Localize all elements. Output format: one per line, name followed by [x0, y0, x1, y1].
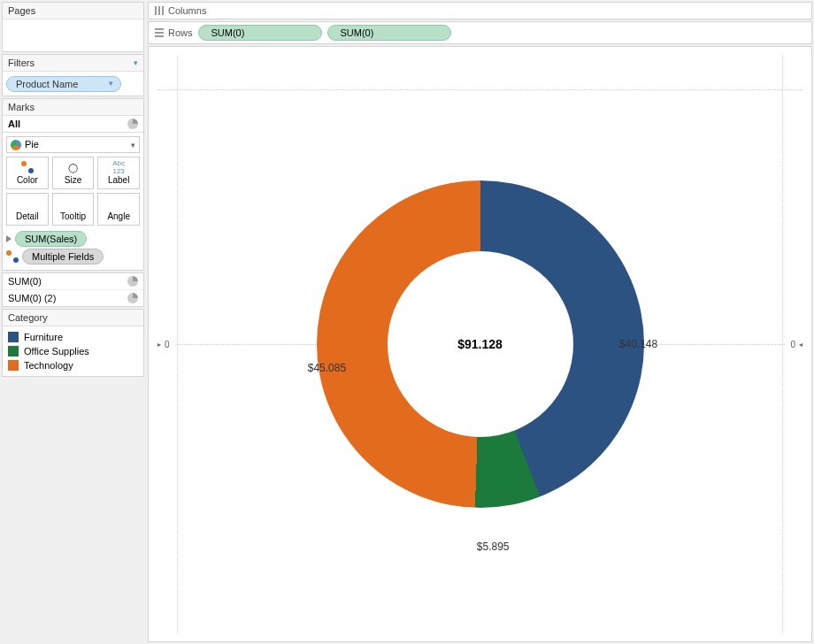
mark-type-label: Pie	[25, 139, 39, 150]
color-button-label: Color	[17, 175, 38, 185]
sum-list: SUM(0) SUM(0) (2)	[2, 272, 144, 307]
donut-chart[interactable]: $91.128	[317, 180, 644, 508]
mark-type-select[interactable]: Pie ▾	[6, 136, 140, 153]
sum-row-0[interactable]: SUM(0)	[3, 273, 143, 290]
legend-item-office-supplies[interactable]: Office Supplies	[8, 344, 138, 358]
label-button-label: Label	[108, 175, 129, 185]
svg-rect-3	[155, 28, 164, 30]
rows-label-text: Rows	[168, 27, 193, 38]
columns-shelf[interactable]: Columns	[148, 2, 812, 19]
marks-grid: Color ◯Size Abc123Label Detail Tooltip A…	[6, 157, 140, 226]
columns-icon	[154, 5, 165, 16]
mini-pie-icon	[127, 276, 138, 287]
mark-pills: SUM(Sales) Multiple Fields	[6, 231, 140, 264]
color-icon	[21, 161, 34, 173]
mark-pill-row-sales: SUM(Sales)	[6, 231, 140, 247]
svg-rect-4	[155, 32, 164, 34]
gridline-top	[157, 89, 802, 90]
axis-zero-right: 0◂	[790, 340, 802, 349]
swatch-furniture	[8, 332, 19, 342]
donut-center: $91.128	[388, 251, 573, 437]
filters-panel: Filters ▾ Product Name	[2, 54, 144, 96]
category-panel: Category Furniture Office Supplies Techn…	[2, 309, 144, 377]
svg-rect-0	[155, 6, 157, 15]
filters-body: Product Name	[3, 72, 143, 96]
size-button[interactable]: ◯Size	[52, 157, 95, 189]
sum-row-1-label: SUM(0) (2)	[8, 293, 56, 303]
angle-button-label: Angle	[107, 211, 130, 221]
columns-label-text: Columns	[168, 5, 206, 16]
angle-icon	[112, 197, 125, 210]
svg-rect-1	[158, 6, 160, 15]
swatch-technology	[8, 360, 19, 371]
svg-rect-2	[162, 6, 164, 15]
filters-label: Filters	[8, 58, 35, 68]
label-icon: Abc123	[112, 161, 125, 173]
color-button[interactable]: Color	[6, 157, 49, 189]
detail-button[interactable]: Detail	[6, 193, 49, 226]
marks-body: Pie ▾ Color ◯Size Abc123Label Detail Too…	[3, 133, 143, 270]
chevron-down-icon: ▾	[131, 141, 135, 150]
datalabel-technology: $45.085	[308, 362, 346, 374]
sum-row-0-label: SUM(0)	[8, 276, 42, 287]
datalabel-furniture: $40.148	[619, 338, 657, 350]
sidebar: Pages Filters ▾ Product Name Marks All P…	[0, 0, 146, 644]
pages-panel: Pages	[2, 2, 144, 52]
category-header: Category	[3, 310, 143, 326]
viz-canvas[interactable]: ▸0 0◂ $91.128 $40.148 $5.895 $45.085	[148, 46, 812, 642]
legend-item-technology[interactable]: Technology	[8, 358, 138, 372]
color-dots-icon	[6, 250, 19, 263]
label-button[interactable]: Abc123Label	[97, 157, 140, 189]
pill-multiple-fields[interactable]: Multiple Fields	[22, 249, 104, 264]
columns-shelf-label: Columns	[154, 5, 206, 16]
marks-label: Marks	[8, 102, 35, 112]
pill-sum-sales[interactable]: SUM(Sales)	[15, 231, 87, 247]
sum-row-1[interactable]: SUM(0) (2)	[3, 290, 143, 306]
marks-all-label: All	[8, 119, 20, 129]
axis-zero-left: ▸0	[157, 340, 170, 349]
label-triangle-icon	[6, 235, 12, 242]
mark-pill-row-multiple: Multiple Fields	[6, 249, 140, 264]
pages-header: Pages	[3, 3, 143, 19]
mini-pie-icon	[127, 293, 138, 303]
rows-pill-1[interactable]: SUM(0)	[327, 25, 451, 41]
mini-pie-icon	[127, 119, 138, 129]
tooltip-button-label: Tooltip	[60, 211, 86, 221]
size-icon: ◯	[66, 161, 79, 173]
category-label: Category	[8, 312, 48, 323]
legend-label-office-supplies: Office Supplies	[24, 346, 89, 356]
legend-label-furniture: Furniture	[24, 332, 63, 342]
legend-body: Furniture Office Supplies Technology	[3, 326, 143, 376]
rows-shelf-label: Rows	[154, 27, 193, 38]
dropdown-caret-icon[interactable]: ▾	[134, 58, 138, 67]
marks-all-row[interactable]: All	[3, 116, 143, 133]
size-button-label: Size	[65, 175, 81, 185]
pages-label: Pages	[8, 5, 35, 16]
rows-icon	[154, 27, 165, 38]
angle-button[interactable]: Angle	[97, 193, 140, 226]
svg-rect-5	[155, 35, 164, 37]
donut-center-label: $91.128	[457, 337, 503, 351]
detail-icon	[21, 197, 34, 210]
pie-icon	[11, 140, 21, 150]
detail-button-label: Detail	[16, 211, 39, 221]
datalabel-office-supplies: $5.895	[477, 540, 510, 553]
rows-pill-0[interactable]: SUM(0)	[198, 25, 322, 41]
legend-label-technology: Technology	[24, 360, 73, 371]
marks-panel: Marks All Pie ▾ Color ◯Size Abc123Label …	[2, 98, 144, 271]
main-area: Columns Rows SUM(0) SUM(0) ▸0 0◂ $91.128…	[146, 0, 814, 644]
legend-item-furniture[interactable]: Furniture	[8, 330, 138, 344]
filters-header: Filters ▾	[3, 55, 143, 72]
marks-header: Marks	[3, 99, 143, 116]
tooltip-icon	[66, 197, 79, 210]
tooltip-button[interactable]: Tooltip	[52, 193, 95, 226]
rows-shelf[interactable]: Rows SUM(0) SUM(0)	[148, 21, 812, 44]
swatch-office-supplies	[8, 346, 19, 356]
pages-body[interactable]	[3, 19, 143, 51]
filter-pill-product-name[interactable]: Product Name	[6, 76, 121, 92]
